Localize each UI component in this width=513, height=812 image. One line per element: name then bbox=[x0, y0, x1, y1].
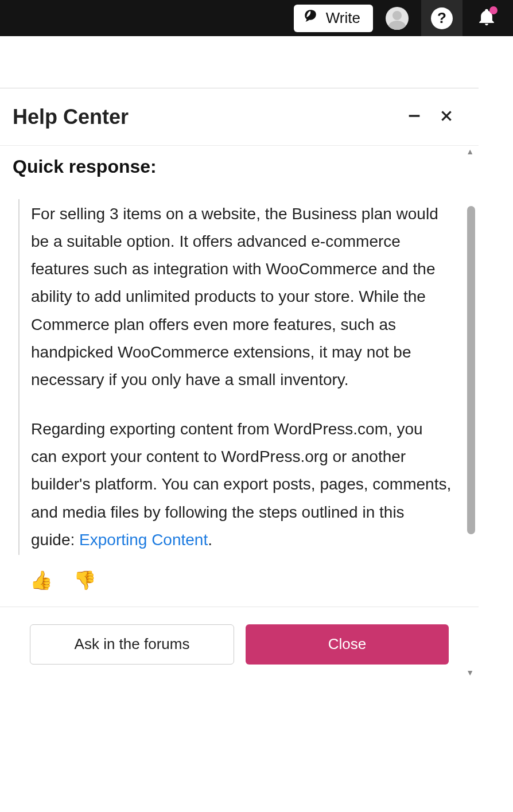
response-block: For selling 3 items on a website, the Bu… bbox=[18, 199, 458, 555]
response-text: . bbox=[208, 531, 212, 549]
leaf-icon bbox=[303, 9, 318, 28]
top-navbar: Write ? bbox=[0, 0, 513, 36]
panel-header: Help Center bbox=[0, 88, 479, 146]
panel-title: Help Center bbox=[13, 105, 398, 129]
write-button-label: Write bbox=[326, 9, 360, 27]
response-text: Regarding exporting content from WordPre… bbox=[31, 420, 451, 549]
help-center-panel: Help Center ▲ Quick response: For sellin… bbox=[0, 88, 479, 678]
thumbs-up-button[interactable]: 👍 bbox=[30, 571, 53, 589]
scrollbar-thumb[interactable] bbox=[467, 206, 475, 534]
thumbs-down-button[interactable]: 👎 bbox=[73, 571, 96, 589]
write-button[interactable]: Write bbox=[294, 5, 373, 32]
bell-icon bbox=[477, 19, 496, 29]
avatar-icon bbox=[386, 7, 409, 30]
panel-footer: Ask in the forums Close bbox=[0, 607, 479, 678]
close-icon bbox=[439, 108, 454, 126]
help-button[interactable]: ? bbox=[421, 0, 463, 36]
minimize-icon bbox=[406, 108, 422, 126]
response-paragraph: For selling 3 items on a website, the Bu… bbox=[31, 200, 452, 394]
close-panel-button[interactable] bbox=[430, 101, 463, 133]
minimize-button[interactable] bbox=[398, 101, 430, 133]
response-paragraph: Regarding exporting content from WordPre… bbox=[31, 415, 452, 554]
ask-in-forums-button[interactable]: Ask in the forums bbox=[30, 624, 234, 665]
panel-body: Quick response: For selling 3 items on a… bbox=[0, 146, 479, 607]
notifications-button[interactable] bbox=[466, 0, 507, 36]
profile-button[interactable] bbox=[376, 0, 418, 36]
close-button[interactable]: Close bbox=[246, 624, 449, 665]
exporting-content-link[interactable]: Exporting Content bbox=[79, 531, 208, 549]
scroll-up-arrow-icon[interactable]: ▲ bbox=[466, 147, 474, 156]
notification-dot-icon bbox=[489, 6, 498, 14]
scroll-down-arrow-icon[interactable]: ▼ bbox=[466, 668, 474, 677]
feedback-row: 👍 👎 bbox=[13, 555, 458, 601]
question-mark-icon: ? bbox=[431, 7, 453, 29]
quick-response-heading: Quick response: bbox=[13, 156, 458, 177]
